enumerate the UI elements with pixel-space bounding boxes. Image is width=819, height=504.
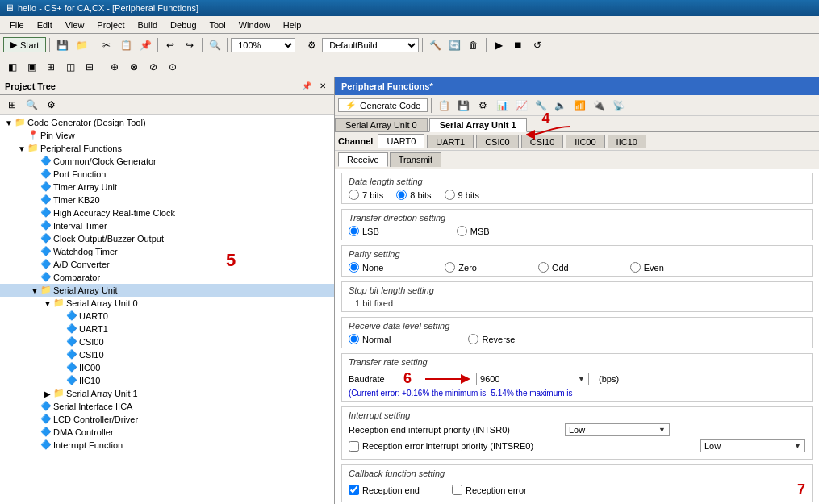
tree-item-serialiica[interactable]: 🔷 Serial Interface IICA — [0, 400, 334, 413]
menu-tool[interactable]: Tool — [203, 19, 232, 31]
tree-pin-button[interactable]: 📌 — [300, 80, 313, 93]
menu-help[interactable]: Help — [277, 19, 308, 31]
radio-8bits-input[interactable] — [396, 190, 407, 200]
tree-item-csi00[interactable]: 🔷 CSI00 — [0, 335, 334, 348]
build-config-dropdown[interactable]: DefaultBuild — [322, 38, 419, 52]
tree-item-portfunc[interactable]: 🔷 Port Function — [0, 168, 334, 181]
radio-none[interactable]: None — [349, 262, 383, 273]
tree-item-timerkb20[interactable]: 🔷 Timer KB20 — [0, 194, 334, 206]
tree-item-sau0[interactable]: ▼ 📁 Serial Array Unit 0 — [0, 297, 334, 310]
radio-msb-input[interactable] — [457, 226, 467, 236]
tree-expand-all-button[interactable]: ⊞ — [3, 96, 21, 114]
build-icon[interactable]: ⚙ — [303, 36, 320, 54]
radio-odd-input[interactable] — [538, 262, 549, 273]
debug-start-button[interactable]: ▶ — [490, 36, 508, 54]
tree-item-adc[interactable]: 🔷 A/D Converter — [0, 258, 334, 271]
tree-item-interruptfunc[interactable]: 🔷 Interrupt Function — [0, 439, 334, 452]
interrupt-priority-0[interactable]: Low ▼ — [565, 423, 670, 436]
radio-msb[interactable]: MSB — [457, 226, 490, 236]
callback-reception-error-input[interactable] — [452, 485, 462, 495]
menu-debug[interactable]: Debug — [164, 19, 203, 31]
save-all-button[interactable]: 📁 — [73, 36, 90, 54]
callback-reception-end-input[interactable] — [349, 485, 359, 495]
redo-button[interactable]: ↪ — [181, 36, 198, 54]
copy-button[interactable]: 📋 — [117, 36, 135, 54]
radio-even-input[interactable] — [630, 262, 641, 273]
subtab-transmit[interactable]: Transmit — [390, 152, 441, 167]
baudrate-dropdown[interactable]: 9600 ▼ — [476, 373, 589, 385]
tree-item-clockgen[interactable]: 🔷 Common/Clock Generator — [0, 155, 334, 168]
build-button[interactable]: 🔨 — [426, 36, 444, 54]
tree-item-pinview[interactable]: 📍 Pin View — [0, 129, 334, 142]
channel-iic10[interactable]: IIC10 — [608, 135, 646, 148]
channel-csi00[interactable]: CSI00 — [476, 135, 519, 148]
tab-sau1[interactable]: Serial Array Unit 1 4 — [429, 118, 527, 132]
menu-edit[interactable]: Edit — [31, 19, 59, 31]
callback-reception-error[interactable]: Reception error — [452, 485, 527, 495]
rebuild-button[interactable]: 🔄 — [445, 36, 463, 54]
panel-btn7[interactable]: 🔈 — [551, 97, 569, 115]
tree-item-intervaltimer[interactable]: 🔷 Interval Timer — [0, 219, 334, 232]
tb2-btn1[interactable]: ◧ — [3, 58, 21, 76]
find-button[interactable]: 🔍 — [206, 36, 224, 54]
tree-item-clockout[interactable]: 🔷 Clock Output/Buzzer Output — [0, 232, 334, 245]
menu-file[interactable]: File — [3, 19, 31, 31]
debug-stop-button[interactable]: ⏹ — [509, 36, 527, 54]
radio-reverse[interactable]: Reverse — [468, 334, 515, 344]
tree-item-csi10[interactable]: 🔷 CSI10 — [0, 348, 334, 361]
menu-view[interactable]: View — [59, 19, 91, 31]
radio-zero[interactable]: Zero — [445, 262, 477, 273]
panel-btn10[interactable]: 📡 — [609, 97, 627, 115]
tree-item-sau1[interactable]: ▶ 📁 Serial Array Unit 1 — [0, 387, 334, 400]
tb2-btn5[interactable]: ⊟ — [81, 58, 98, 76]
tb2-btn6[interactable]: ⊕ — [106, 58, 123, 76]
radio-8bits[interactable]: 8 bits — [396, 190, 431, 200]
channel-uart0[interactable]: UART0 — [378, 134, 424, 148]
debug-reset-button[interactable]: ↺ — [529, 36, 546, 54]
expand-periph[interactable]: ▼ — [16, 144, 27, 153]
panel-btn1[interactable]: 📋 — [435, 97, 453, 115]
radio-reverse-input[interactable] — [468, 334, 478, 344]
panel-btn8[interactable]: 📶 — [570, 97, 588, 115]
panel-btn2[interactable]: 💾 — [454, 97, 472, 115]
save-button[interactable]: 💾 — [53, 36, 71, 54]
subtab-receive[interactable]: Receive — [338, 152, 388, 167]
tree-item-lcdctrl[interactable]: 🔷 LCD Controller/Driver — [0, 413, 334, 426]
tab-sau0[interactable]: Serial Array Unit 0 — [335, 118, 428, 131]
zoom-dropdown[interactable]: 100% — [231, 38, 295, 52]
panel-btn4[interactable]: 📊 — [493, 97, 511, 115]
tree-item-timerarray[interactable]: 🔷 Timer Array Unit — [0, 181, 334, 194]
menu-build[interactable]: Build — [132, 19, 164, 31]
radio-even[interactable]: Even — [630, 262, 664, 273]
radio-lsb[interactable]: LSB — [349, 226, 379, 236]
radio-normal-input[interactable] — [349, 334, 359, 344]
panel-btn9[interactable]: 🔌 — [590, 97, 608, 115]
callback-reception-end[interactable]: Reception end — [349, 485, 420, 495]
radio-normal[interactable]: Normal — [349, 334, 391, 344]
expand-sau0[interactable]: ▼ — [42, 299, 53, 308]
tb2-btn2[interactable]: ▣ — [23, 58, 40, 76]
interrupt-check-1-input[interactable] — [349, 441, 359, 452]
clean-button[interactable]: 🗑 — [465, 36, 483, 54]
menu-project[interactable]: Project — [90, 19, 131, 31]
tree-settings-button[interactable]: ⚙ — [42, 96, 60, 114]
interrupt-checkbox-1[interactable]: Reception error interrupt priority (INTS… — [349, 441, 533, 452]
radio-none-input[interactable] — [349, 262, 359, 273]
tb2-btn3[interactable]: ⊞ — [42, 58, 60, 76]
expand-sau1[interactable]: ▶ — [42, 389, 53, 398]
radio-7bits[interactable]: 7 bits — [349, 190, 383, 200]
panel-btn5[interactable]: 📈 — [512, 97, 530, 115]
tree-item-iic10[interactable]: 🔷 IIC10 — [0, 374, 334, 387]
cut-button[interactable]: ✂ — [98, 36, 115, 54]
radio-lsb-input[interactable] — [349, 226, 359, 236]
radio-odd[interactable]: Odd — [538, 262, 569, 273]
tree-item-iic00[interactable]: 🔷 IIC00 — [0, 361, 334, 374]
tree-item-codegen[interactable]: ▼ 📁 Code Generator (Design Tool) — [0, 116, 334, 129]
tree-item-dmactrl[interactable]: 🔷 DMA Controller — [0, 426, 334, 439]
tree-close-button[interactable]: ✕ — [316, 80, 329, 93]
interrupt-priority-1[interactable]: Low ▼ — [700, 439, 805, 452]
tree-item-uart1[interactable]: 🔷 UART1 — [0, 323, 334, 335]
expand-serialarray[interactable]: ▼ — [29, 286, 40, 295]
radio-7bits-input[interactable] — [349, 190, 359, 200]
tree-search-button[interactable]: 🔍 — [23, 96, 40, 114]
